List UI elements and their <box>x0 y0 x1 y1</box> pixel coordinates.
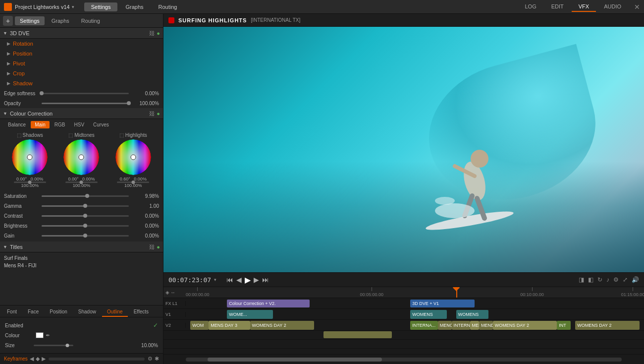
tab-graphs[interactable]: Graphs <box>118 2 150 11</box>
pivot-item[interactable]: ▶ Pivot <box>0 59 163 68</box>
clip-meno1[interactable]: MENO <box>438 321 452 330</box>
clip-v1-wome[interactable]: WOME... <box>227 310 273 319</box>
clip-v1-womens1[interactable]: WOMENS <box>410 310 447 319</box>
cc-tab-rgb[interactable]: RGB <box>51 121 69 128</box>
clip-mens-day3[interactable]: MENS DAY 3 <box>209 321 250 330</box>
section-3ddve-header[interactable]: ▼ 3D DVE ⛓ ● <box>0 28 163 39</box>
colour-swatch[interactable] <box>36 332 44 338</box>
cc-tab-curves[interactable]: Curves <box>89 121 113 128</box>
clip-womens-day2-3[interactable]: WOMENS DAY 2 <box>575 321 640 330</box>
kf-prev[interactable]: ◀ <box>30 356 34 362</box>
clip-mend[interactable]: MEND <box>479 321 493 330</box>
nav-edit[interactable]: EDIT <box>544 2 571 12</box>
cc-enable-icon[interactable]: ● <box>157 111 160 117</box>
clip-womens-day2-1[interactable]: WOMENS DAY 2 <box>250 321 315 330</box>
crop-item[interactable]: ▶ Crop <box>0 68 163 78</box>
goto-end-btn[interactable]: ⏭ <box>262 276 269 284</box>
shadows-brightness-slider[interactable] <box>14 182 46 183</box>
graphs-tab[interactable]: Graphs <box>47 16 74 25</box>
tab-routing[interactable]: Routing <box>152 2 184 11</box>
clip-interna[interactable]: INTERNA... <box>410 321 438 330</box>
midtones-color-wheel[interactable] <box>63 139 99 175</box>
shadows-color-wheel[interactable] <box>12 139 48 175</box>
cc-params: Saturation 9.98% Gamma 1.00 <box>0 190 163 242</box>
saturation-value: 9.98% <box>132 193 159 199</box>
kf-icon1[interactable]: ⚙ <box>148 356 153 362</box>
titles-enable-icon[interactable]: ● <box>157 244 160 250</box>
settings2-icon[interactable]: ⚙ <box>613 276 619 283</box>
section-titles-header[interactable]: ▼ Titles ⛓ ● <box>0 242 163 252</box>
clip-womens-day2-2[interactable]: WOMENS DAY 2 <box>493 321 557 330</box>
size-slider[interactable] <box>34 345 73 346</box>
position-item[interactable]: ▶ Position <box>0 49 163 59</box>
kf-next[interactable]: ▶ <box>42 356 46 362</box>
eyedropper-icon[interactable]: ✒ <box>46 332 50 339</box>
prev-frame-btn[interactable]: ◀ <box>236 276 242 284</box>
edge-softness-slider[interactable] <box>42 93 129 94</box>
3ddve-enable-icon[interactable]: ● <box>157 30 160 36</box>
clip-colour-correction[interactable]: Colour Correction + V2. <box>227 300 310 307</box>
clip-int[interactable]: INT <box>557 321 571 330</box>
clip-extra1[interactable] <box>323 331 392 338</box>
nav-audio[interactable]: AUDIO <box>597 2 628 12</box>
contrast-slider[interactable] <box>42 215 129 217</box>
tab-settings[interactable]: Settings <box>84 2 118 11</box>
highlights-brightness-slider[interactable] <box>117 182 149 183</box>
routing-tab[interactable]: Routing <box>76 16 105 25</box>
highlights-label: Highlights <box>125 132 147 138</box>
nav-vfx[interactable]: VFX <box>572 2 596 12</box>
clip-3ddve[interactable]: 3D DVE + V1 <box>410 300 475 307</box>
rotation-item[interactable]: ▶ Rotation <box>0 39 163 49</box>
ruler-icon1[interactable]: ◈ <box>165 290 169 295</box>
clip-v1-womens2[interactable]: WOMENS <box>456 310 488 319</box>
track-content-v2: WOM MENS DAY 3 WOMENS DAY 2 INTERNA... M… <box>186 320 644 330</box>
audio-icon[interactable]: ♪ <box>606 276 609 283</box>
loop-icon[interactable]: ↻ <box>597 276 602 283</box>
close-button[interactable]: ✕ <box>634 3 640 11</box>
timecode-dropdown[interactable]: ▾ <box>214 277 216 282</box>
playhead[interactable] <box>456 287 457 298</box>
next-frame-btn[interactable]: ▶ <box>254 276 259 284</box>
title-dropdown[interactable]: ▾ <box>72 4 74 9</box>
clip-wom[interactable]: WOM <box>190 321 209 330</box>
face-tab[interactable]: Face <box>23 307 44 317</box>
add-button[interactable]: + <box>3 16 13 26</box>
gain-slider[interactable] <box>42 235 129 237</box>
timeline-scrollbar[interactable] <box>186 358 622 362</box>
size-label: Size <box>5 343 30 348</box>
highlights-color-wheel[interactable] <box>115 139 151 175</box>
font-tab[interactable]: Font <box>2 307 22 317</box>
clip-intern[interactable]: INTERN... <box>452 321 470 330</box>
saturation-slider[interactable] <box>42 195 129 197</box>
clip-men[interactable]: MEN <box>470 321 480 330</box>
3ddve-link-icon[interactable]: ⛓ <box>149 30 155 36</box>
settings-tab[interactable]: Settings <box>15 16 45 25</box>
midtones-brightness-slider[interactable] <box>65 182 98 183</box>
cc-link-icon[interactable]: ⛓ <box>149 111 155 117</box>
position-tab[interactable]: Position <box>45 307 72 317</box>
cc-tab-main[interactable]: Main <box>31 121 50 128</box>
fullscreen-icon[interactable]: ⤢ <box>623 276 628 283</box>
shadow-item[interactable]: ▶ Shadow <box>0 78 163 88</box>
goto-start-btn[interactable]: ⏮ <box>226 276 233 284</box>
keyframes-scrollbar[interactable] <box>49 358 145 361</box>
kf-add[interactable]: ◆ <box>36 356 40 362</box>
kf-icon2[interactable]: ✱ <box>155 356 159 362</box>
shadow-tab[interactable]: Shadow <box>73 307 101 317</box>
effects-tab[interactable]: Effects <box>129 307 154 317</box>
brightness-slider[interactable] <box>42 225 129 227</box>
ruler-icon2[interactable]: ↔ <box>170 290 175 295</box>
titles-link-icon[interactable]: ⛓ <box>149 244 155 250</box>
cc-tab-balance[interactable]: Balance <box>4 121 30 128</box>
mark-in-icon[interactable]: ◨ <box>579 276 584 283</box>
gamma-slider[interactable] <box>42 205 129 207</box>
cc-tab-hsv[interactable]: HSV <box>70 121 89 128</box>
cc-label: Colour Correction <box>10 111 53 117</box>
opacity-slider[interactable] <box>42 103 129 104</box>
play-btn[interactable]: ▶ <box>245 275 251 285</box>
outline-tab[interactable]: Outline <box>102 307 128 317</box>
mark-out-icon[interactable]: ◧ <box>588 276 593 283</box>
nav-log[interactable]: LOG <box>518 2 543 12</box>
speaker-icon[interactable]: 🔊 <box>632 276 639 283</box>
section-cc-header[interactable]: ▼ Colour Correction ⛓ ● <box>0 108 163 119</box>
